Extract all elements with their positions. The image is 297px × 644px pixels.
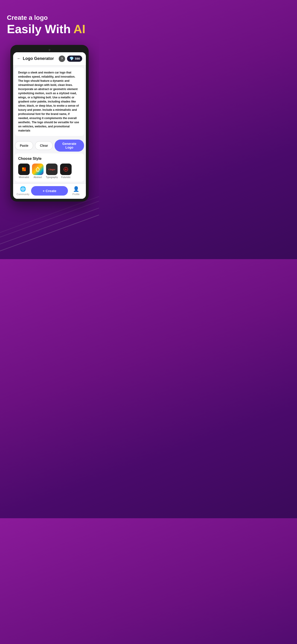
- style-label-typography: Typography: [46, 176, 58, 178]
- hero-title-main: Easily With: [7, 22, 71, 36]
- style-item-typography[interactable]: Ginger Typography: [46, 164, 58, 178]
- profile-icon: 👤: [73, 186, 79, 192]
- bottom-nav: 🌐 Community + Create 👤 Profile: [13, 184, 86, 199]
- nav-item-community[interactable]: 🌐 Community: [15, 186, 31, 196]
- svg-rect-3: [24, 169, 26, 171]
- clear-button[interactable]: Clear: [35, 141, 53, 150]
- gems-count: 598: [75, 57, 80, 60]
- svg-rect-1: [24, 168, 26, 169]
- hero-title-accent: AI: [74, 22, 86, 36]
- profile-label: Profile: [72, 193, 80, 196]
- community-icon: 🌐: [20, 186, 26, 192]
- prompt-text: Design a sleek and modern car logo that …: [18, 70, 81, 133]
- app-content: ← Logo Generator ? 💎 598 Design a sleek …: [13, 52, 86, 199]
- app-title: Logo Generator: [23, 56, 54, 61]
- tablet-screen: ← Logo Generator ? 💎 598 Design a sleek …: [13, 52, 86, 199]
- style-icon-minimalist: [18, 164, 30, 175]
- style-label-abstract: Abstract: [34, 176, 42, 178]
- hero-title: Easily With AI: [7, 22, 92, 36]
- style-item-minimalist[interactable]: Minimalist: [18, 164, 30, 178]
- style-label-futuristic: Futuristic: [61, 176, 71, 178]
- app-header-left: ← Logo Generator: [17, 56, 54, 61]
- svg-rect-0: [22, 168, 24, 169]
- style-icon-abstract: [32, 164, 44, 175]
- prompt-area[interactable]: Design a sleek and modern car logo that …: [15, 67, 84, 136]
- choose-style-title: Choose Style: [18, 156, 81, 161]
- svg-point-7: [66, 169, 66, 170]
- tablet-wrapper: ← Logo Generator ? 💎 598 Design a sleek …: [0, 40, 99, 202]
- help-button[interactable]: ?: [59, 56, 65, 62]
- tablet-device: ← Logo Generator ? 💎 598 Design a sleek …: [10, 45, 89, 202]
- paste-button[interactable]: Paste: [15, 141, 33, 150]
- lower-section: [0, 202, 99, 259]
- app-header-right: ? 💎 598: [59, 56, 82, 62]
- style-options: Minimalist Abstract: [18, 164, 81, 178]
- svg-rect-2: [22, 169, 24, 171]
- style-item-abstract[interactable]: Abstract: [32, 164, 44, 178]
- nav-item-profile[interactable]: 👤 Profile: [68, 186, 84, 196]
- generate-button[interactable]: Generate Logo: [54, 140, 84, 152]
- tablet-notch: [48, 49, 50, 51]
- back-button[interactable]: ←: [17, 56, 21, 61]
- style-icon-typography: Ginger: [46, 164, 58, 175]
- gems-badge: 💎 598: [67, 56, 82, 62]
- svg-point-4: [37, 168, 39, 170]
- style-icon-futuristic: [60, 164, 72, 175]
- style-item-futuristic[interactable]: Futuristic: [60, 164, 72, 178]
- app-header: ← Logo Generator ? 💎 598: [13, 52, 86, 66]
- style-label-minimalist: Minimalist: [19, 176, 29, 178]
- action-buttons: Paste Clear Generate Logo: [13, 138, 86, 154]
- hero-section: Create a logo Easily With AI: [0, 0, 99, 40]
- hero-subtitle: Create a logo: [7, 14, 92, 22]
- gem-icon: 💎: [69, 56, 74, 61]
- create-button[interactable]: + Create: [31, 186, 68, 196]
- community-label: Community: [16, 193, 30, 196]
- choose-style-section: Choose Style: [15, 154, 84, 182]
